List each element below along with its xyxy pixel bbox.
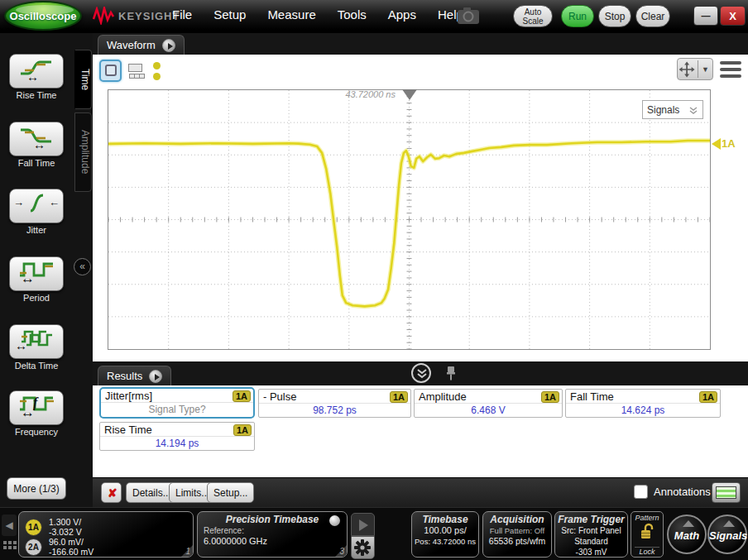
waveform-panel: ▼ 43.72000 ns Signals <box>93 55 748 361</box>
results-tab-play-icon[interactable] <box>149 370 162 383</box>
menu-apps[interactable]: Apps <box>388 7 416 22</box>
channel-marker-triangle-icon <box>712 138 721 150</box>
brand-text: KEYSIGHT <box>118 10 180 22</box>
double-arrow-icon: ↔ <box>26 69 39 84</box>
waveform-plot[interactable]: 43.72000 ns Signals <box>108 89 711 350</box>
sidebar-item-fall-time[interactable]: ↔ Fall Time <box>0 122 73 168</box>
tab-time[interactable]: Time <box>74 50 92 109</box>
oscilloscope-app: Oscilloscope KEYSIGHT File Setup Measure… <box>0 0 748 560</box>
keyboard-icon <box>716 486 736 499</box>
result-card-amplitude[interactable]: Amplitude 1A 6.468 V <box>414 389 563 418</box>
jitter-icon[interactable]: → ← <box>9 189 64 223</box>
tab-amplitude[interactable]: Amplitude <box>74 112 92 192</box>
right-arrow-icon: → <box>13 196 24 208</box>
menu-bar: File Setup Measure Tools Apps Help <box>172 7 463 22</box>
clear-button[interactable]: Clear <box>635 5 670 27</box>
menu-setup[interactable]: Setup <box>213 7 246 22</box>
timebase-panel[interactable]: Timebase 100.00 ps/ Pos: 43.72000 ns <box>411 511 479 558</box>
frame-trigger-panel[interactable]: Frame Trigger Src: Front Panel Standard … <box>554 511 628 558</box>
panel-play-button[interactable] <box>351 513 375 536</box>
frequency-icon[interactable]: f ↔ <box>9 390 64 425</box>
chevron-down-icon: ▼ <box>698 65 712 74</box>
camera-icon[interactable] <box>455 7 482 25</box>
settings-gear-button[interactable] <box>351 536 375 559</box>
pin-icon[interactable] <box>444 365 458 381</box>
category-tabstrip: Time Amplitude « <box>73 33 93 507</box>
double-arrow-icon: ↔ <box>15 338 27 352</box>
annotations-checkbox[interactable] <box>634 485 648 499</box>
channels-panel[interactable]: 1A 1.300 V/ -3.032 V 2A 96.0 mV/ -166.60… <box>18 511 194 558</box>
math-button[interactable]: Math <box>667 515 707 554</box>
close-button[interactable]: X <box>720 6 746 26</box>
channel-2A-badge[interactable]: 2A <box>25 538 42 556</box>
keysight-spark-icon <box>93 7 114 25</box>
title-bar: Oscilloscope KEYSIGHT File Setup Measure… <box>0 0 748 33</box>
measurement-sidebar: ↔ Rise Time ↔ Fall Time → ← <box>0 33 73 507</box>
rise-time-icon[interactable]: ↔ <box>9 54 64 89</box>
waveform-tab-play-icon[interactable] <box>162 39 175 52</box>
grid-view-button[interactable] <box>125 60 147 82</box>
sidebar-collapse-button[interactable]: « <box>74 258 91 275</box>
pan-zoom-button[interactable]: ▼ <box>677 58 713 80</box>
delete-measurement-button[interactable]: ✘ <box>101 482 122 503</box>
keysight-brand: KEYSIGHT <box>93 7 180 25</box>
signals-button[interactable]: Signals <box>707 515 747 554</box>
oscilloscope-logo[interactable]: Oscilloscope <box>4 1 82 31</box>
result-card-jitter[interactable]: Jitter[rms] 1A Signal Type? <box>99 387 255 419</box>
setup-button[interactable]: Setup... <box>207 482 254 503</box>
keyboard-toggle-button[interactable] <box>712 482 741 503</box>
acquisition-panel[interactable]: Acquisition Full Pattern: Off 65536 pts/… <box>482 511 552 558</box>
fall-time-icon[interactable]: ↔ <box>9 122 64 156</box>
sidebar-item-jitter[interactable]: → ← Jitter <box>0 189 73 235</box>
panel-scroll-left-button[interactable]: ◀ <box>2 515 17 536</box>
channel-1A-marker[interactable]: 1A <box>712 137 736 150</box>
sidebar-item-period[interactable]: ↔ Period <box>0 256 73 303</box>
source-badge: 1A <box>233 390 251 402</box>
stop-button[interactable]: Stop <box>598 5 631 27</box>
waveform-tab[interactable]: Waveform <box>98 35 185 55</box>
menu-file[interactable]: File <box>172 7 192 22</box>
menu-tools[interactable]: Tools <box>338 7 367 22</box>
period-icon[interactable]: ↔ <box>9 256 64 291</box>
status-bar: ◀ 1A 1.300 V/ -3.032 V 2A 96.0 mV/ -166.… <box>0 507 748 560</box>
auto-scale-button[interactable]: Auto Scale <box>513 5 553 27</box>
grid-view-icon <box>128 64 142 72</box>
channel-1A-row[interactable]: 1A 1.300 V/ -3.032 V <box>25 518 82 537</box>
double-chevron-down-icon <box>414 366 430 382</box>
channel-2A-scale: 96.0 mV/ <box>49 538 94 548</box>
result-card-pulse[interactable]: - Pulse 1A 98.752 ps <box>258 389 411 418</box>
trigger-marker-icon[interactable] <box>402 89 417 100</box>
double-arrow-icon: ↔ <box>21 404 35 421</box>
results-tab[interactable]: Results <box>98 366 171 385</box>
channel-2A-row[interactable]: 2A 96.0 mV/ -166.60 mV <box>25 538 94 557</box>
source-badge: 1A <box>699 391 717 403</box>
source-badge: 1A <box>541 391 559 403</box>
channel-1A-badge[interactable]: 1A <box>25 519 42 536</box>
source-badge: 1A <box>233 424 252 436</box>
menu-measure[interactable]: Measure <box>267 7 315 22</box>
scope-grid-and-trace <box>108 90 710 349</box>
signals-dropdown[interactable]: Signals <box>642 100 703 119</box>
panel-number: 1 <box>185 547 190 556</box>
move-cross-icon <box>678 60 696 79</box>
minimize-button[interactable]: — <box>693 6 718 26</box>
delta-time-icon[interactable]: ↔ <box>9 324 64 359</box>
logo-label: Oscilloscope <box>10 10 77 22</box>
run-button[interactable]: Run <box>561 5 594 27</box>
panel-grid-icon[interactable] <box>3 541 17 549</box>
annotations-label: Annotations <box>654 486 711 498</box>
single-view-button[interactable] <box>99 60 122 82</box>
more-measurements-button[interactable]: More (1/3) <box>7 477 66 500</box>
sidebar-item-rise-time[interactable]: ↔ Rise Time <box>0 54 73 100</box>
channel-2A-offset: -166.60 mV <box>49 548 94 558</box>
menu-icon[interactable] <box>720 58 741 80</box>
result-card-fall-time[interactable]: Fall Time 1A 14.624 ps <box>565 389 721 418</box>
sidebar-item-delta-time[interactable]: ↔ Delta Time <box>0 324 73 371</box>
pattern-lock-button[interactable]: Pattern Lock <box>631 511 664 558</box>
double-chevron-down-icon <box>688 105 698 115</box>
precision-timebase-panel[interactable]: Precision Timebase Reference: 6.0000000 … <box>197 511 348 558</box>
channel-1A-offset: -3.032 V <box>49 528 82 538</box>
results-collapse-button[interactable] <box>411 363 431 383</box>
result-card-rise-time[interactable]: Rise Time 1A 14.194 ps <box>99 422 255 451</box>
sidebar-item-frequency[interactable]: f ↔ Frequency <box>0 390 73 437</box>
